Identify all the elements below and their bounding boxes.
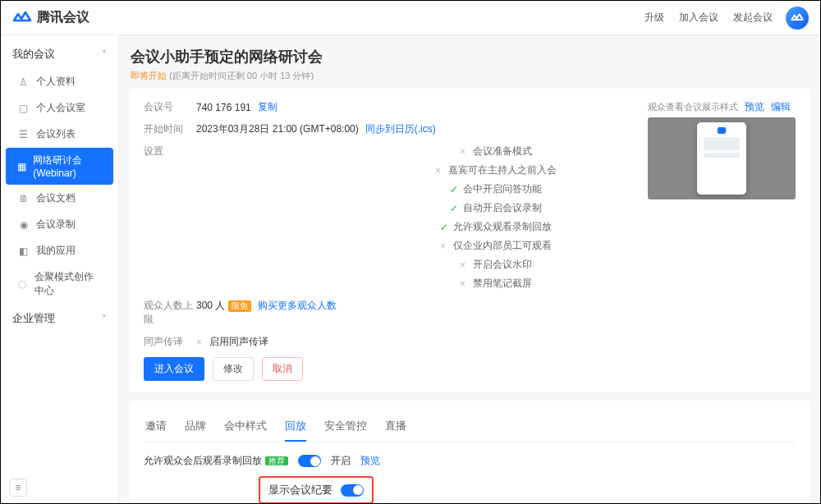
chevron-down-icon: ˅ xyxy=(102,314,107,324)
chevron-up-icon: ˄ xyxy=(102,49,107,60)
check-icon: ✓ xyxy=(450,203,458,214)
tab-2[interactable]: 会中样式 xyxy=(224,412,267,442)
toggle-on-text: 开启 xyxy=(331,454,351,468)
x-icon: × xyxy=(440,241,448,252)
setting-item: ×开启会议水印 xyxy=(460,258,532,272)
setting-item: ✓会中开启问答功能 xyxy=(450,182,542,196)
preview-link[interactable]: 预览 xyxy=(745,100,764,114)
label-id: 会议号 xyxy=(144,100,196,114)
sidebar-group-my-meetings[interactable]: 我的会议 ˄ xyxy=(1,40,118,68)
sidebar-item-label: 我的应用 xyxy=(36,244,76,258)
allow-playback-toggle[interactable] xyxy=(298,455,321,467)
setting-item: ×嘉宾可在主持人之前入会 xyxy=(435,163,557,177)
sidebar-item-webinar[interactable]: ▦网络研讨会(Webinar) xyxy=(6,148,113,185)
check-icon: ✓ xyxy=(440,222,448,233)
x-icon: × xyxy=(196,337,204,348)
tab-3[interactable]: 回放 xyxy=(285,412,306,442)
page-title: 会议小助手预定的网络研讨会 xyxy=(131,47,809,66)
label-si: 同声传译 xyxy=(144,335,196,349)
meeting-id: 740 176 191 xyxy=(196,102,251,113)
tab-1[interactable]: 品牌 xyxy=(185,412,206,442)
room-icon: ▢ xyxy=(17,102,30,114)
sidebar-item-label: 会议列表 xyxy=(36,127,76,141)
show-summary-label: 显示会议纪要 xyxy=(268,483,333,497)
enter-meeting-button[interactable]: 进入会议 xyxy=(144,357,204,381)
label-time: 开始时间 xyxy=(144,122,196,136)
top-join[interactable]: 加入会议 xyxy=(679,11,718,25)
tab-4[interactable]: 安全管控 xyxy=(324,412,367,442)
x-icon: × xyxy=(460,278,468,290)
sidebar-item-apps[interactable]: ◧我的应用 xyxy=(6,238,113,263)
tab-0[interactable]: 邀请 xyxy=(145,412,167,442)
preview-box: 观众查看会议展示样式 预览 编辑 xyxy=(648,100,796,199)
setting-item: ×会议准备模式 xyxy=(460,144,532,158)
sidebar-item-room[interactable]: ▢个人会议室 xyxy=(6,95,113,121)
tab-5[interactable]: 直播 xyxy=(385,412,406,442)
sidebar-item-label: 会议文档 xyxy=(36,191,76,205)
tabs: 邀请品牌会中样式回放安全管控直播 xyxy=(144,412,796,442)
edit-link[interactable]: 编辑 xyxy=(771,100,791,114)
sidebar-item-focus[interactable]: ◌会聚模式创作中心 xyxy=(6,264,113,304)
setting-item: ×仅企业内部员工可观看 xyxy=(440,239,552,253)
badge-free: 限免 xyxy=(228,300,251,312)
setting-item: ×禁用笔记截屏 xyxy=(460,277,532,291)
setting-item: ✓自动开启会议录制 xyxy=(450,201,542,215)
show-summary-highlight: 显示会议纪要 xyxy=(259,476,374,503)
sidebar-item-label: 会聚模式创作中心 xyxy=(34,270,102,298)
sidebar-item-label: 个人会议室 xyxy=(36,101,85,115)
sidebar-item-list[interactable]: ☰会议列表 xyxy=(6,121,113,147)
capacity-value: 300 人 xyxy=(196,299,225,313)
top-upgrade[interactable]: 升级 xyxy=(644,11,664,25)
sidebar-item-label: 网络研讨会(Webinar) xyxy=(33,153,102,179)
preview-thumbnail[interactable] xyxy=(648,117,796,199)
meeting-info-card: 观众查看会议展示样式 预览 编辑 会议号 740 176 191复制 开始时间 … xyxy=(129,89,810,392)
edit-button[interactable]: 修改 xyxy=(213,357,254,381)
check-icon: ✓ xyxy=(450,184,458,195)
allow-playback-label: 允许观众会后观看录制回放推荐 xyxy=(144,454,288,468)
si-value: 启用同声传译 xyxy=(209,335,268,349)
focus-icon: ◌ xyxy=(17,278,28,291)
doc-icon: 🗎 xyxy=(17,192,30,204)
x-icon: × xyxy=(435,165,443,176)
rec-icon: ◉ xyxy=(17,218,30,231)
cancel-button[interactable]: 取消 xyxy=(262,357,303,381)
webinar-icon: ▦ xyxy=(17,160,26,172)
playback-preview-link[interactable]: 预览 xyxy=(360,454,380,468)
sidebar-collapse-button[interactable]: ≡ xyxy=(9,479,27,497)
sidebar-item-docs[interactable]: 🗎会议文档 xyxy=(6,186,113,211)
preview-label: 观众查看会议展示样式 xyxy=(648,101,738,113)
main-content: 会议小助手预定的网络研讨会 即将开始 (距离开始时间还剩 00 小时 13 分钟… xyxy=(119,35,820,503)
user-icon: ♙ xyxy=(17,76,30,88)
x-icon: × xyxy=(460,259,468,271)
status-text: 即将开始 xyxy=(131,71,167,80)
topbar: 腾讯会议 升级 加入会议 发起会议 xyxy=(1,1,820,35)
top-start[interactable]: 发起会议 xyxy=(733,11,773,25)
sidebar-item-label: 个人资料 xyxy=(36,75,76,89)
label-settings: 设置 xyxy=(144,144,196,158)
avatar-logo-icon xyxy=(791,13,804,23)
page-subline: 即将开始 (距离开始时间还剩 00 小时 13 分钟) xyxy=(131,70,809,82)
sidebar-item-recordings[interactable]: ◉会议录制 xyxy=(6,212,113,237)
copy-link[interactable]: 复制 xyxy=(258,100,277,114)
list-icon: ☰ xyxy=(17,128,30,140)
show-summary-toggle[interactable] xyxy=(341,484,364,497)
ics-link[interactable]: 同步到日历(.ics) xyxy=(365,122,436,136)
sidebar-group-label: 我的会议 xyxy=(12,47,55,62)
label-capacity: 观众人数上限 xyxy=(144,299,196,327)
avatar[interactable] xyxy=(786,7,809,30)
logo-icon xyxy=(12,11,32,25)
sidebar-group-label: 企业管理 xyxy=(12,311,55,326)
buy-capacity-link[interactable]: 购买更多观众人数 xyxy=(258,299,337,313)
playback-card: 邀请品牌会中样式回放安全管控直播 允许观众会后观看录制回放推荐 开启 预览 显示… xyxy=(129,401,810,503)
brand-name: 腾讯会议 xyxy=(37,9,89,26)
meeting-time: 2023年03月28日 21:00 (GMT+08:00) xyxy=(196,122,359,136)
x-icon: × xyxy=(460,146,468,158)
app-icon: ◧ xyxy=(17,245,30,257)
sidebar: 我的会议 ˄ ♙个人资料 ▢个人会议室 ☰会议列表 ▦网络研讨会(Webinar… xyxy=(1,35,119,503)
badge-recommended: 推荐 xyxy=(265,456,288,465)
setting-item: ✓允许观众观看录制回放 xyxy=(440,220,552,234)
sidebar-group-enterprise[interactable]: 企业管理 ˅ xyxy=(1,305,118,332)
sidebar-item-label: 会议录制 xyxy=(36,218,76,231)
sidebar-item-profile[interactable]: ♙个人资料 xyxy=(6,69,113,94)
